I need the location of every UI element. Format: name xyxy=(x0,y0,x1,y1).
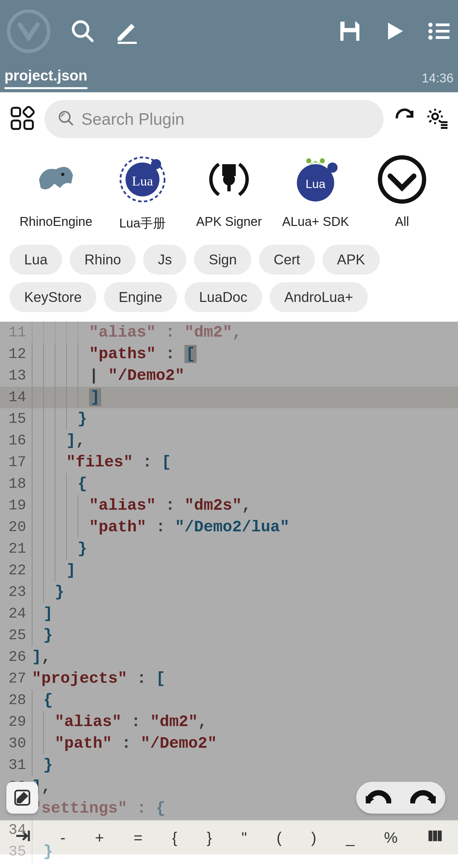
plugin-icon xyxy=(203,154,255,205)
filter-tag[interactable]: Sign xyxy=(194,245,251,275)
filter-tag[interactable]: AndroLua+ xyxy=(270,282,368,312)
plugin-search-input[interactable] xyxy=(81,110,371,128)
svg-point-22 xyxy=(61,173,65,176)
code-line[interactable]: 31} xyxy=(0,754,458,776)
code-line[interactable]: 19"alias" : "dm2s", xyxy=(0,495,458,517)
svg-point-26 xyxy=(151,159,161,169)
plugin-item[interactable]: LuaLua手册 xyxy=(104,154,181,232)
code-line[interactable]: 14] xyxy=(0,386,458,408)
file-tab[interactable]: project.json xyxy=(4,67,88,89)
code-line[interactable]: 29"alias" : "dm2", xyxy=(0,711,458,733)
code-line[interactable]: 17"files" : [ xyxy=(0,452,458,473)
code-line[interactable]: 12"paths" : [ xyxy=(0,343,458,365)
undo-redo-pill xyxy=(356,782,445,814)
redo-button[interactable] xyxy=(410,787,436,808)
code-line[interactable]: 34 xyxy=(0,819,458,841)
svg-point-18 xyxy=(432,114,438,119)
plugin-icon xyxy=(377,154,427,205)
svg-rect-27 xyxy=(224,166,234,174)
search-icon xyxy=(57,110,75,128)
plugin-icon: Lua xyxy=(117,154,168,205)
plugin-label: Lua手册 xyxy=(119,214,166,232)
plugin-item[interactable]: RhinoEngine xyxy=(18,154,94,232)
app-logo-icon[interactable] xyxy=(6,9,51,55)
tab-bar: project.json 14:36 xyxy=(0,64,458,92)
search-icon[interactable] xyxy=(70,19,95,45)
code-line[interactable]: 27"projects" : [ xyxy=(0,668,458,689)
code-line[interactable]: 22] xyxy=(0,560,458,581)
apps-grid-icon[interactable] xyxy=(9,106,35,132)
code-editor[interactable]: 11"alias" : "dm2",12"paths" : [13| "/Dem… xyxy=(0,322,458,820)
code-line[interactable]: 20"path" : "/Demo2/lua" xyxy=(0,517,458,538)
plugin-label: RhinoEngine xyxy=(20,214,92,229)
run-icon[interactable] xyxy=(382,19,407,45)
menu-icon[interactable] xyxy=(426,19,452,45)
svg-point-28 xyxy=(225,175,233,184)
code-line[interactable]: 23} xyxy=(0,581,458,603)
svg-line-2 xyxy=(86,34,92,41)
main-toolbar xyxy=(0,0,458,64)
edit-icon[interactable] xyxy=(115,19,140,45)
svg-line-17 xyxy=(68,121,73,125)
filter-tag[interactable]: KeyStore xyxy=(9,282,96,312)
svg-text:Lua: Lua xyxy=(132,174,153,188)
filter-tag[interactable]: APK xyxy=(323,245,380,275)
svg-rect-12 xyxy=(12,108,20,117)
svg-point-32 xyxy=(306,158,312,163)
plugin-panel: RhinoEngineLuaLua手册APK SignerLuaALua+ SD… xyxy=(0,92,458,322)
plugin-item[interactable]: All xyxy=(364,154,440,232)
svg-rect-4 xyxy=(345,22,355,28)
plugin-label: APK Signer xyxy=(196,214,262,229)
plugin-icon: Lua xyxy=(290,154,341,205)
code-line[interactable]: 21} xyxy=(0,538,458,560)
filter-tag[interactable]: Js xyxy=(143,245,186,275)
svg-text:Lua: Lua xyxy=(306,177,326,191)
svg-point-16 xyxy=(60,112,70,122)
filter-tag[interactable]: Engine xyxy=(104,282,177,312)
svg-point-6 xyxy=(428,23,432,27)
svg-rect-5 xyxy=(344,32,356,41)
plugin-label: All xyxy=(395,214,409,229)
svg-rect-13 xyxy=(12,121,20,129)
save-icon[interactable] xyxy=(337,19,363,45)
clock-label: 14:36 xyxy=(422,71,454,85)
filter-tag[interactable]: Rhino xyxy=(70,245,135,275)
code-line[interactable]: 11"alias" : "dm2", xyxy=(0,322,458,343)
code-line[interactable]: 18{ xyxy=(0,473,458,495)
svg-point-35 xyxy=(380,157,424,202)
plugin-item[interactable]: APK Signer xyxy=(191,154,267,232)
settings-icon[interactable] xyxy=(426,107,449,131)
compose-button[interactable] xyxy=(6,782,38,814)
code-line[interactable]: 24] xyxy=(0,603,458,625)
refresh-icon[interactable] xyxy=(393,107,416,131)
svg-point-34 xyxy=(327,163,337,173)
svg-point-33 xyxy=(320,158,325,163)
undo-button[interactable] xyxy=(366,787,391,808)
svg-rect-14 xyxy=(25,121,33,129)
plugin-search-box[interactable] xyxy=(44,100,384,138)
code-line[interactable]: 28{ xyxy=(0,689,458,711)
filter-tag[interactable]: Cert xyxy=(259,245,315,275)
code-line[interactable]: 13| "/Demo2" xyxy=(0,365,458,386)
code-line[interactable]: 25} xyxy=(0,625,458,646)
code-line[interactable]: 35} xyxy=(0,841,458,863)
filter-tag[interactable]: Lua xyxy=(9,245,62,275)
code-line[interactable]: 26], xyxy=(0,646,458,668)
plugin-icon xyxy=(31,154,81,205)
plugin-label: ALua+ SDK xyxy=(282,214,349,229)
svg-point-10 xyxy=(428,35,432,39)
code-line[interactable]: 30"path" : "/Demo2" xyxy=(0,733,458,754)
svg-rect-15 xyxy=(23,106,35,118)
plugin-item[interactable]: LuaALua+ SDK xyxy=(277,154,354,232)
svg-point-8 xyxy=(428,29,432,33)
code-line[interactable]: 15} xyxy=(0,408,458,430)
code-line[interactable]: 16], xyxy=(0,430,458,452)
svg-point-0 xyxy=(9,11,48,51)
filter-tag[interactable]: LuaDoc xyxy=(185,282,262,312)
